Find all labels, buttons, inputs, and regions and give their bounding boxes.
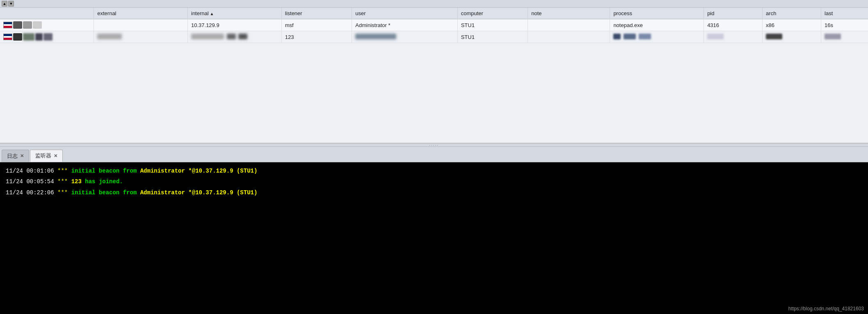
row1-icons-cell	[0, 19, 94, 31]
watermark: https://blog.csdn.net/qq_41821603	[788, 306, 864, 312]
row1-note	[528, 19, 610, 31]
row2-arch	[763, 31, 821, 43]
col-header-process[interactable]: process	[610, 8, 704, 19]
log-highlight-1: Administrator *@10.37.129.9 (STU1)	[140, 168, 258, 174]
computer-icon	[13, 21, 22, 29]
blurred-internal	[191, 34, 224, 39]
tab-listener[interactable]: 监听器 ✕	[30, 150, 63, 162]
tabs-bar: 日志 ✕ 监听器 ✕	[0, 147, 868, 162]
row2-process	[610, 31, 704, 43]
sessions-table-container: external internal listener user computer…	[0, 8, 868, 43]
row1-user: Administrator *	[352, 19, 457, 31]
col-header-computer[interactable]: computer	[457, 8, 528, 19]
light-icon	[33, 21, 42, 29]
blurred-user	[355, 34, 396, 39]
tab-listener-label: 监听器	[35, 152, 51, 159]
log-entry-3: 11/24 00:22:06 *** initial beacon from A…	[6, 188, 862, 197]
col-header-internal[interactable]: internal	[188, 8, 282, 19]
log-date-3: 11/24 00:22:06	[6, 189, 54, 196]
scroll-up-button[interactable]: ▲	[2, 1, 7, 7]
row1-listener: msf	[281, 19, 352, 31]
row2-internal	[188, 31, 282, 43]
row1-arch: x86	[763, 19, 821, 31]
log-area: 11/24 00:01:06 *** initial beacon from A…	[0, 162, 868, 314]
col-header-arch[interactable]: arch	[763, 8, 821, 19]
blurred-external	[97, 34, 122, 39]
log-entry-2: 11/24 00:05:54 *** 123 has joined.	[6, 177, 862, 186]
blurred-last	[825, 34, 841, 39]
row1-computer: STU1	[457, 19, 528, 31]
log-stars-2: ***	[57, 178, 68, 185]
sessions-table: external internal listener user computer…	[0, 8, 868, 43]
row1-process: notepad.exe	[610, 19, 704, 31]
sessions-panel: ▲ ▼ external internal	[0, 0, 868, 143]
gray-icon	[23, 21, 32, 29]
row1-internal: 10.37.129.9	[188, 19, 282, 31]
tab-log[interactable]: 日志 ✕	[2, 150, 29, 162]
blurred-process2	[624, 34, 636, 39]
table-row[interactable]: 10.37.129.9 msf Administrator * STU1 not…	[0, 19, 868, 31]
col-header-listener[interactable]: listener	[281, 8, 352, 19]
dark-icon2	[13, 33, 22, 41]
log-stars-3: ***	[57, 189, 68, 196]
row2-icons	[3, 33, 90, 41]
row2-listener: 123	[281, 31, 352, 43]
log-date-2: 11/24 00:05:54	[6, 178, 54, 185]
log-highlight-2a: 123	[71, 178, 82, 185]
table-row[interactable]: 123 STU1	[0, 31, 868, 43]
blurred-icon2	[35, 33, 43, 41]
row2-last	[821, 31, 868, 43]
row2-note	[528, 31, 610, 43]
row1-pid: 4316	[704, 19, 763, 31]
resize-handle[interactable]: ·····	[0, 143, 868, 147]
col-header-external[interactable]: external	[94, 8, 188, 19]
row1-icons	[3, 21, 90, 29]
tab-log-close[interactable]: ✕	[20, 153, 24, 159]
blurred-process	[613, 34, 621, 39]
tab-listener-close[interactable]: ✕	[54, 153, 57, 159]
col-header-user[interactable]: user	[352, 8, 457, 19]
col-header-last[interactable]: last	[821, 8, 868, 19]
log-stars-1: ***	[57, 168, 68, 174]
log-highlight-3: Administrator *@10.37.129.9 (STU1)	[140, 189, 258, 196]
log-text-2: has joined.	[85, 178, 123, 185]
row2-icons-cell	[0, 31, 94, 43]
tab-log-label: 日志	[7, 152, 18, 160]
bottom-panel: 日志 ✕ 监听器 ✕ 11/24 00:01:06 *** initial be…	[0, 147, 868, 314]
log-entry-1: 11/24 00:01:06 *** initial beacon from A…	[6, 166, 862, 175]
scroll-down-button[interactable]: ▼	[8, 1, 14, 7]
log-text-3: initial beacon from	[71, 189, 137, 196]
flag-icon	[3, 22, 12, 28]
row2-user	[352, 31, 457, 43]
row1-external	[94, 19, 188, 31]
log-text-1: initial beacon from	[71, 168, 137, 174]
blurred-icon3	[43, 33, 53, 41]
col-header-icons[interactable]	[0, 8, 94, 19]
row2-pid	[704, 31, 763, 43]
flag-icon2	[3, 34, 12, 40]
table-header-row: external internal listener user computer…	[0, 8, 868, 19]
row2-computer: STU1	[457, 31, 528, 43]
blurred-process3	[639, 34, 651, 39]
blurred-pid	[707, 34, 724, 39]
blurred-internal2	[227, 34, 236, 39]
panel-controls: ▲ ▼	[0, 0, 868, 8]
col-header-pid[interactable]: pid	[704, 8, 763, 19]
blurred-icon1	[23, 33, 34, 41]
log-date-1: 11/24 00:01:06	[6, 168, 54, 174]
row1-last: 16s	[821, 19, 868, 31]
blurred-arch	[766, 34, 782, 39]
col-header-note[interactable]: note	[528, 8, 610, 19]
row2-external	[94, 31, 188, 43]
blurred-internal3	[238, 34, 247, 39]
